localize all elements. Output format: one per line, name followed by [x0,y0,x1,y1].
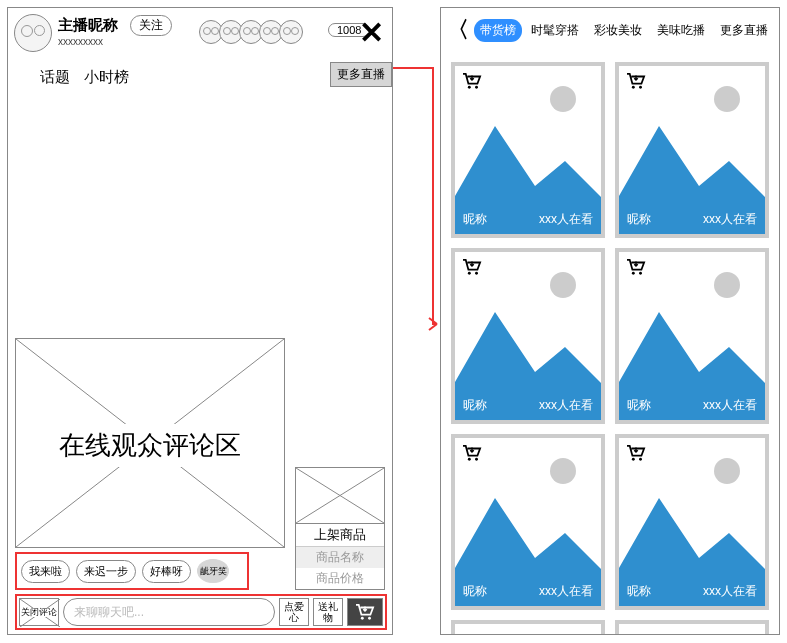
stream-card[interactable]: 昵称xxx人在看 [451,62,605,238]
live-stream-screen: 主播昵称 xxxxxxxxx 关注 1008 ✕ 话题 小时榜 更多直播 在线观… [7,7,393,635]
stream-viewers: xxx人在看 [539,211,593,228]
stream-nickname: 昵称 [627,583,651,600]
svg-point-7 [368,617,371,620]
quick-reply-chips: 我来啦 来迟一步 好棒呀 龇牙笑 [15,552,249,590]
stream-card[interactable]: 昵称xxx人在看 [451,434,605,610]
stream-nickname: 昵称 [463,211,487,228]
product-name: 商品名称 [296,546,384,568]
tab-more[interactable]: 更多直播 [714,19,774,42]
quick-reply-chip[interactable]: 来迟一步 [76,560,136,583]
stream-nickname: 昵称 [627,211,651,228]
topics-row: 话题 小时榜 [40,68,139,87]
stream-viewers: xxx人在看 [539,397,593,414]
product-image-placeholder [296,468,384,523]
heart-button[interactable]: 点爱心 [279,598,309,626]
host-subtitle: xxxxxxxxx [58,36,103,47]
stream-nickname: 昵称 [627,397,651,414]
comments-area: 在线观众评论区 [15,338,285,548]
more-live-button[interactable]: 更多直播 [330,62,392,87]
viewer-avatar[interactable] [279,20,303,44]
stream-viewers: xxx人在看 [539,583,593,600]
quick-reply-emoji[interactable]: 龇牙笑 [197,559,229,583]
stream-nickname: 昵称 [463,583,487,600]
product-card[interactable]: 上架商品 商品名称 商品价格 [295,467,385,590]
quick-reply-chip[interactable]: 好棒呀 [142,560,191,583]
gift-button[interactable]: 送礼物 [313,598,343,626]
stream-viewers: xxx人在看 [703,583,757,600]
close-comment-button[interactable]: 关闭评论 [19,598,59,626]
stream-header: 主播昵称 xxxxxxxxx 关注 1008 ✕ [8,8,392,62]
chat-input[interactable]: 来聊聊天吧... [63,598,275,626]
tab-beauty[interactable]: 彩妆美妆 [588,19,648,42]
tab-sales-rank[interactable]: 带货榜 [474,19,522,42]
stream-card[interactable] [451,620,605,635]
stream-card[interactable]: 昵称xxx人在看 [615,434,769,610]
stream-card-grid: 昵称xxx人在看 昵称xxx人在看 昵称xxx人在看 昵称xxx人在看 昵称xx… [441,52,779,635]
tab-fashion[interactable]: 时髦穿搭 [525,19,585,42]
cart-button[interactable] [347,598,383,626]
quick-reply-chip[interactable]: 我来啦 [21,560,70,583]
hour-rank-link[interactable]: 小时榜 [84,68,129,85]
more-live-screen: 〈 带货榜 时髦穿搭 彩妆美妆 美味吃播 更多直播 昵称xxx人在看 昵称xxx… [440,7,780,635]
close-icon[interactable]: ✕ [359,18,384,48]
stream-card[interactable]: 昵称xxx人在看 [615,248,769,424]
viewer-avatars[interactable] [203,20,303,44]
stream-nickname: 昵称 [463,397,487,414]
back-icon[interactable]: 〈 [447,15,469,45]
product-price: 商品价格 [296,568,384,589]
stream-viewers: xxx人在看 [703,397,757,414]
host-avatar[interactable] [14,14,52,52]
product-label: 上架商品 [296,523,384,546]
flow-arrow [393,64,443,334]
chat-placeholder: 来聊聊天吧... [74,604,144,621]
stream-card[interactable]: 昵称xxx人在看 [615,62,769,238]
category-tabs: 〈 带货榜 时髦穿搭 彩妆美妆 美味吃播 更多直播 [441,8,779,52]
tab-food[interactable]: 美味吃播 [651,19,711,42]
comments-area-label: 在线观众评论区 [16,424,284,467]
bottom-bar: 关闭评论 来聊聊天吧... 点爱心 送礼物 [15,594,387,630]
host-name: 主播昵称 [58,16,118,35]
stream-card[interactable]: 昵称xxx人在看 [451,248,605,424]
stream-viewers: xxx人在看 [703,211,757,228]
topic-link[interactable]: 话题 [40,68,70,85]
follow-button[interactable]: 关注 [130,15,172,36]
svg-point-6 [361,617,364,620]
stream-card[interactable] [615,620,769,635]
